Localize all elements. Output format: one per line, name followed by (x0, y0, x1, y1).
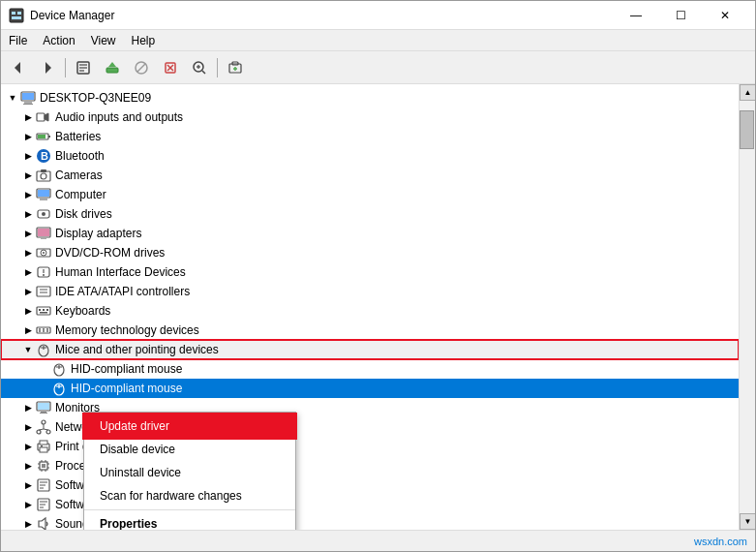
root-expand-icon[interactable]: ▼ (5, 90, 20, 106)
disable-button[interactable] (128, 55, 155, 80)
website-label: wsxdn.com (694, 536, 747, 547)
svg-point-43 (42, 212, 45, 216)
scan-button[interactable] (186, 55, 213, 80)
sound-expand[interactable]: ▶ (20, 516, 36, 530)
tree-view[interactable]: ▼ DESKTOP-Q3NEE09 ▶ (1, 84, 739, 530)
audio-label: Audio inputs and outputs (55, 110, 183, 124)
add-legacy-button[interactable] (222, 55, 249, 80)
bluetooth-icon: B (36, 148, 51, 164)
computer-icon (20, 90, 36, 106)
keyboard-icon (36, 303, 51, 319)
scroll-thumb[interactable] (740, 110, 754, 149)
svg-point-52 (43, 274, 45, 276)
menu-view[interactable]: View (83, 32, 124, 49)
ctx-uninstall-device-label: Uninstall device (100, 466, 181, 479)
svg-point-79 (37, 430, 41, 434)
maximize-button[interactable]: ☐ (658, 1, 703, 30)
mice-expand[interactable]: ▼ (20, 342, 36, 357)
tree-item-hid-mouse2[interactable]: ▶ HID-compliant mouse (1, 379, 739, 398)
tree-item-memory[interactable]: ▶ Memory technology devices (1, 321, 739, 340)
printers-expand[interactable]: ▶ (20, 439, 36, 454)
ctx-scan[interactable]: Scan for hardware changes (84, 484, 295, 507)
tree-item-computer[interactable]: ▶ Computer (1, 185, 739, 204)
ide-expand[interactable]: ▶ (20, 284, 36, 299)
tree-item-hid-mouse1[interactable]: ▶ HID-compliant mouse (1, 359, 739, 379)
svg-marker-106 (39, 518, 45, 530)
ctx-properties[interactable]: Properties (84, 512, 295, 530)
forward-icon (40, 60, 55, 76)
svg-rect-76 (41, 412, 46, 413)
menu-file[interactable]: File (1, 32, 35, 49)
svg-rect-63 (43, 328, 45, 332)
bluetooth-label: Bluetooth (55, 149, 105, 163)
minimize-button[interactable]: — (614, 1, 658, 30)
ctx-uninstall-device[interactable]: Uninstall device (84, 461, 295, 484)
tree-item-bluetooth[interactable]: ▶ B Bluetooth (1, 146, 739, 166)
svg-rect-45 (38, 229, 49, 236)
tree-item-dvd[interactable]: ▶ DVD/CD-ROM drives (1, 243, 739, 262)
ctx-disable-device[interactable]: Disable device (84, 438, 295, 461)
memory-expand[interactable]: ▶ (20, 322, 36, 338)
keyboards-label: Keyboards (55, 304, 110, 318)
tree-item-hid[interactable]: ▶ Human Interface Devices (1, 262, 739, 282)
add-legacy-icon (227, 60, 243, 76)
scrollbar[interactable]: ▲ ▼ (739, 84, 755, 530)
svg-marker-4 (15, 62, 20, 74)
properties-button[interactable] (70, 55, 97, 80)
svg-rect-59 (46, 309, 48, 311)
monitor-icon (36, 400, 51, 415)
mice-label: Mice and other pointing devices (55, 343, 219, 356)
scroll-track[interactable] (740, 101, 755, 513)
back-button[interactable] (5, 55, 32, 80)
ctx-scan-label: Scan for hardware changes (100, 489, 242, 503)
svg-rect-40 (38, 190, 49, 197)
soft2-expand[interactable]: ▶ (20, 497, 36, 512)
battery-icon (36, 129, 51, 144)
forward-button[interactable] (34, 55, 61, 80)
computer-expand[interactable]: ▶ (20, 187, 36, 202)
menu-action[interactable]: Action (35, 32, 82, 49)
keyboards-expand[interactable]: ▶ (20, 303, 36, 319)
tree-item-disk[interactable]: ▶ Disk drives (1, 204, 739, 224)
batteries-expand[interactable]: ▶ (20, 129, 36, 144)
tree-item-keyboards[interactable]: ▶ Keyboards (1, 301, 739, 321)
svg-rect-77 (40, 413, 47, 414)
ctx-update-driver[interactable]: Update driver (84, 414, 295, 438)
svg-rect-75 (38, 403, 49, 410)
bluetooth-expand[interactable]: ▶ (20, 148, 36, 164)
svg-rect-41 (40, 199, 47, 200)
processor-icon (36, 458, 51, 474)
hid-icon (36, 264, 51, 280)
hid-expand[interactable]: ▶ (20, 264, 36, 280)
display-expand[interactable]: ▶ (20, 226, 36, 241)
network-expand[interactable]: ▶ (20, 419, 36, 435)
menu-help[interactable]: Help (124, 32, 164, 49)
toolbar-separator-2 (217, 58, 218, 77)
root-label: DESKTOP-Q3NEE09 (40, 91, 151, 105)
svg-marker-11 (108, 62, 116, 67)
tree-item-cameras[interactable]: ▶ Cameras (1, 166, 739, 185)
dvd-expand[interactable]: ▶ (20, 245, 36, 261)
soft1-expand[interactable]: ▶ (20, 477, 36, 493)
svg-rect-29 (37, 113, 45, 121)
hid-mouse2-label: HID-compliant mouse (71, 382, 182, 395)
computer-label: Computer (55, 188, 106, 201)
memory-label: Memory technology devices (55, 323, 199, 337)
audio-expand[interactable]: ▶ (20, 109, 36, 125)
svg-rect-2 (17, 12, 21, 15)
tree-item-audio[interactable]: ▶ Audio inputs and outputs (1, 107, 739, 127)
update-driver-button[interactable] (99, 55, 126, 80)
tree-item-batteries[interactable]: ▶ Batteries (1, 127, 739, 146)
tree-item-display[interactable]: ▶ Display adapters (1, 224, 739, 243)
close-button[interactable]: ✕ (703, 1, 747, 30)
tree-item-mice[interactable]: ▼ Mice and other pointing devices (1, 340, 739, 359)
processors-expand[interactable]: ▶ (20, 458, 36, 474)
scroll-down-button[interactable]: ▼ (740, 513, 755, 530)
disk-expand[interactable]: ▶ (20, 206, 36, 222)
scroll-up-button[interactable]: ▲ (740, 84, 755, 101)
tree-item-ide[interactable]: ▶ IDE ATA/ATAPI controllers (1, 282, 739, 301)
tree-root[interactable]: ▼ DESKTOP-Q3NEE09 (1, 88, 739, 107)
uninstall-button[interactable] (157, 55, 184, 80)
cameras-expand[interactable]: ▶ (20, 168, 36, 183)
monitors-expand[interactable]: ▶ (20, 400, 36, 415)
